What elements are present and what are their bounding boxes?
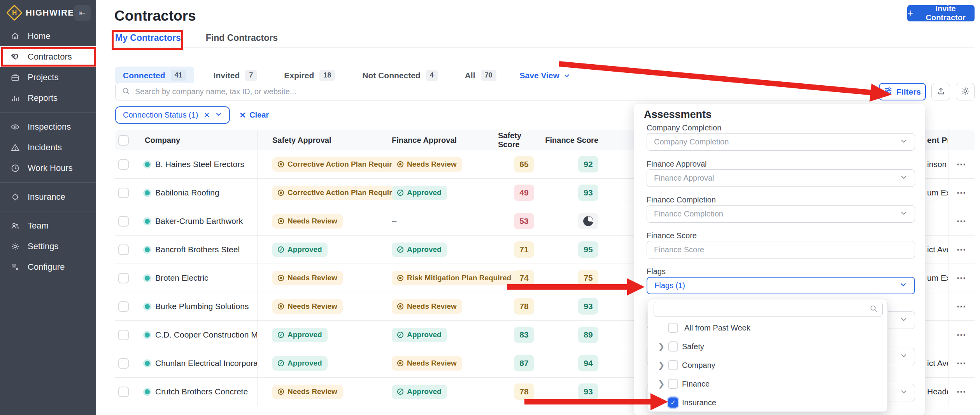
sidebar-item-team[interactable]: Team [0,215,96,236]
chip-remove-icon[interactable]: ✕ [203,111,210,120]
sidebar-item-work-hours[interactable]: Work Hours [0,158,96,178]
option-checkbox[interactable] [668,379,678,389]
field-placeholder: Finance Approval [654,174,900,183]
option-checkbox[interactable] [668,323,678,333]
invite-contractor-button[interactable]: + Invite Contractor [907,5,975,21]
gears-icon [10,262,20,272]
row-checkbox[interactable] [118,159,129,170]
tab-find-contractors[interactable]: Find Contractors [206,33,278,50]
row-checkbox[interactable] [118,273,129,283]
flags-option-all-from-past-week[interactable]: ❯ All from Past Week [648,318,887,337]
status-filter-count: 41 [171,70,186,81]
upload-icon [936,87,945,97]
sidebar-item-label: Insurance [28,192,65,202]
search-input[interactable] [135,87,867,96]
flags-option-company[interactable]: ❯ Company [648,356,887,375]
status-filter-label: Not Connected [362,71,420,80]
flags-dropdown[interactable]: Flags (1) [647,277,915,294]
company-completion-dropdown[interactable]: Company Completion [647,133,915,151]
score-pill: 95 [578,241,598,258]
sidebar-item-incidents[interactable]: Incidents [0,137,96,158]
save-view-button[interactable]: Save View [520,71,570,80]
row-checkbox[interactable] [118,330,129,340]
sidebar-item-settings[interactable]: Settings [0,236,96,257]
row-actions-button[interactable]: ⋯ [957,273,967,283]
sidebar-item-label: Projects [28,72,58,83]
option-checkbox[interactable]: ✓ [668,397,678,408]
flags-option-insurance[interactable]: ❯ ✓ Insurance [648,393,887,412]
empty-value: – [392,216,396,226]
highwire-logo-icon: H [6,5,23,21]
approved-icon: ✓ [397,389,403,395]
row-actions-button[interactable]: ⋯ [957,216,967,227]
row-checkbox[interactable] [118,188,129,198]
row-actions-button[interactable]: ⋯ [957,244,967,255]
sidebar-item-home[interactable]: Home [0,26,96,46]
option-checkbox[interactable] [668,341,678,352]
row-actions-button[interactable]: ⋯ [957,159,967,170]
status-filter-label: All [465,71,475,80]
score-pill: 94 [578,355,598,371]
chevron-down-icon [900,137,908,147]
chevron-down-icon [900,209,908,219]
sidebar-item-contractors[interactable]: Contractors [0,46,96,67]
chevron-right-icon[interactable]: ❯ [658,360,668,370]
row-checkbox[interactable] [118,216,129,227]
settings-button[interactable] [956,83,975,100]
clear-filters-link[interactable]: ✕ Clear [239,111,269,120]
row-actions-button[interactable]: ⋯ [957,187,967,198]
chevron-right-icon[interactable]: ❯ [658,379,668,389]
column-header-safety-score[interactable]: Safety Score [498,130,543,150]
chevron-right-icon[interactable]: ❯ [658,342,668,351]
column-header-finance-approval[interactable]: Finance Approval [379,130,498,150]
option-checkbox[interactable] [668,360,678,370]
status-filter-not-connected[interactable]: Not Connected 4 [354,67,445,84]
connection-status-chip[interactable]: Connection Status (1) ✕ [115,106,230,124]
sidebar-item-label: Settings [28,241,59,251]
score-pill: 65 [514,156,534,172]
truncated-cell [925,207,948,235]
approval-badge: ✓Approved [272,328,328,342]
score-pill: 93 [578,383,598,400]
row-actions-button[interactable]: ⋯ [957,301,967,312]
filters-button[interactable]: Filters [879,83,926,100]
row-checkbox[interactable] [118,244,129,255]
status-filter-label: Invited [214,71,240,80]
chip-chevron-down-icon[interactable] [215,111,222,120]
review-icon [397,275,403,281]
status-filter-invited[interactable]: Invited 7 [206,67,265,84]
column-header-current-projects[interactable]: ent Proj [925,130,948,150]
row-checkbox[interactable] [118,358,129,369]
column-header-company[interactable]: Company [138,130,258,150]
sidebar-item-label: Team [28,221,49,231]
column-header-finance-score[interactable]: Finance Score [543,130,607,150]
status-filter-all[interactable]: All 70 [457,67,504,84]
sidebar-item-configure[interactable]: Configure [0,257,96,277]
sidebar-item-insurance[interactable]: Insurance [0,186,96,207]
sidebar-item-reports[interactable]: Reports [0,88,96,108]
row-actions-button[interactable]: ⋯ [957,329,967,340]
column-header-safety-approval[interactable]: Safety Approval [258,130,379,150]
row-actions-button[interactable]: ⋯ [957,358,967,369]
export-button[interactable] [931,83,950,100]
row-checkbox[interactable] [118,387,129,397]
row-actions-button[interactable]: ⋯ [957,386,967,397]
status-filter-expired[interactable]: Expired 18 [276,67,343,84]
finance-score-input[interactable]: Finance Score [647,241,915,258]
tab-my-contractors[interactable]: My Contractors [115,33,181,50]
page-title: Contractors [114,8,196,24]
finance-completion-dropdown[interactable]: Finance Completion [647,205,915,223]
status-filter-connected[interactable]: Connected 41 [115,67,194,84]
sidebar-item-inspections[interactable]: Inspections [0,116,96,137]
chevron-down-icon [899,281,907,290]
sidebar-collapse-button[interactable]: ⇤ [74,5,91,21]
row-checkbox[interactable] [118,301,129,312]
flags-search-input[interactable] [659,305,870,314]
sidebar-item-label: Home [28,31,51,41]
flags-option-safety[interactable]: ❯ Safety [648,337,887,356]
flags-option-finance[interactable]: ❯ Finance [648,375,887,393]
finance-approval-dropdown[interactable]: Finance Approval [647,169,915,187]
select-all-checkbox[interactable] [118,135,129,146]
sidebar-item-projects[interactable]: Projects [0,67,96,88]
home-icon [10,31,20,41]
